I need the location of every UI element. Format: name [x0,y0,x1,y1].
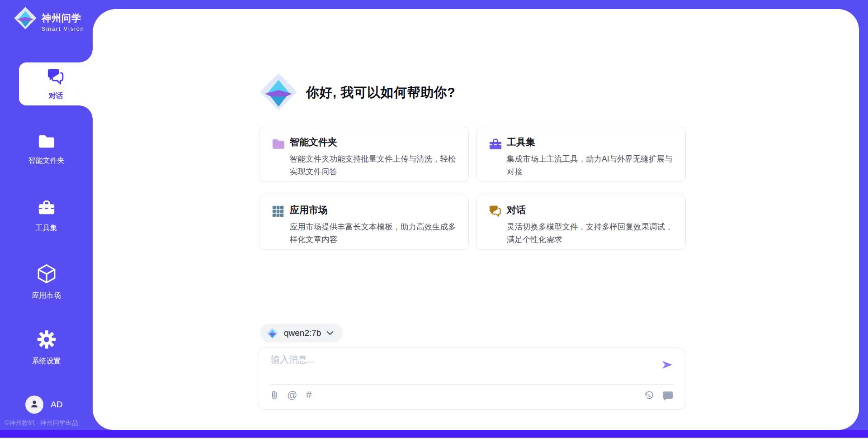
card-description: 集成市场上主流工具，助力AI与外界无缝扩展与对接 [507,153,676,178]
active-tab-fillet-top [79,49,93,62]
sidebar-item-app-market[interactable]: 应用市场 [0,263,93,301]
app-root: 神州问学 Smart Vision 对话 智能文件夹 [0,0,868,439]
person-icon [29,399,39,410]
toolbox-icon [37,198,57,219]
gear-icon [36,329,57,352]
chat-icon [488,205,503,219]
send-icon[interactable] [661,360,673,372]
cube-icon [36,263,57,286]
sidebar-item-smart-folder[interactable]: 智能文件夹 [0,132,93,166]
feature-card-chat[interactable]: 对话 灵活切换多模型文件，支持多样回复效果调试，满足个性化需求 [476,195,686,250]
avatar [25,396,43,414]
at-icon[interactable]: @ [287,390,297,400]
grid-icon [271,205,286,219]
message-input[interactable] [271,353,651,382]
bottom-accent-bar [0,430,868,438]
chat-icon [46,67,66,87]
diamond-logo-icon [266,327,278,339]
brand-subtitle: Smart Vision [42,26,85,32]
paperclip-icon[interactable] [271,390,278,401]
toolbox-icon [488,137,503,151]
brand-header: 神州问学 Smart Vision [0,0,93,41]
sidebar-item-label: 应用市场 [32,291,61,301]
sidebar-item-chat[interactable]: 对话 [19,62,93,105]
message-composer: @ # [258,348,685,410]
user-initials: AD [51,400,62,410]
composer-right-icons [644,391,673,401]
history-icon[interactable] [644,391,654,401]
feature-card-smart-folder[interactable]: 智能文件夹 智能文件夹功能支持批量文件上传与清洗，轻松实现文件问答 [259,127,469,182]
feature-card-app-market[interactable]: 应用市场 应用市场提供丰富长文本模板，助力高效生成多样化文章内容 [259,195,469,250]
card-title: 工具集 [507,136,535,148]
greeting-block: 你好, 我可以如何帮助你? [259,72,455,113]
hash-icon[interactable]: # [306,390,311,400]
diamond-logo-icon [259,72,298,113]
card-title: 智能文件夹 [290,136,337,148]
diamond-logo-icon [14,6,37,32]
user-profile[interactable]: AD [25,396,62,414]
chevron-down-icon [326,331,334,335]
sidebar-item-label: 智能文件夹 [28,156,65,166]
brand-name: 神州问学 [42,12,85,24]
model-selector[interactable]: qwen2:7b [260,324,343,343]
sidebar-item-label: 对话 [49,91,63,101]
greeting-text: 你好, 我可以如何帮助你? [306,84,455,102]
sidebar-item-settings[interactable]: 系统设置 [0,329,93,366]
chat-bubble-icon[interactable] [662,391,673,401]
model-name: qwen2:7b [284,328,321,338]
brand-text: 神州问学 Smart Vision [42,12,85,32]
card-description: 应用市场提供丰富长文本模板，助力高效生成多样化文章内容 [290,220,459,246]
card-title: 应用市场 [290,204,328,216]
card-description: 灵活切换多模型文件，支持多样回复效果调试，满足个性化需求 [507,220,676,246]
sidebar-item-toolset[interactable]: 工具集 [0,198,93,233]
active-tab-fillet-bottom [79,105,93,119]
composer-divider [269,384,675,385]
folder-icon [271,137,286,151]
card-title: 对话 [507,204,526,216]
feature-card-toolset[interactable]: 工具集 集成市场上主流工具，助力AI与外界无缝扩展与对接 [476,127,686,182]
sidebar-footer-text: ©神州数码 · 神州问学出品 [5,419,93,427]
folder-icon [37,132,57,151]
sidebar-item-label: 工具集 [36,224,57,233]
sidebar-item-label: 系统设置 [32,357,61,366]
card-description: 智能文件夹功能支持批量文件上传与清洗，轻松实现文件问答 [290,153,459,178]
composer-toolbar: @ # [271,390,312,401]
